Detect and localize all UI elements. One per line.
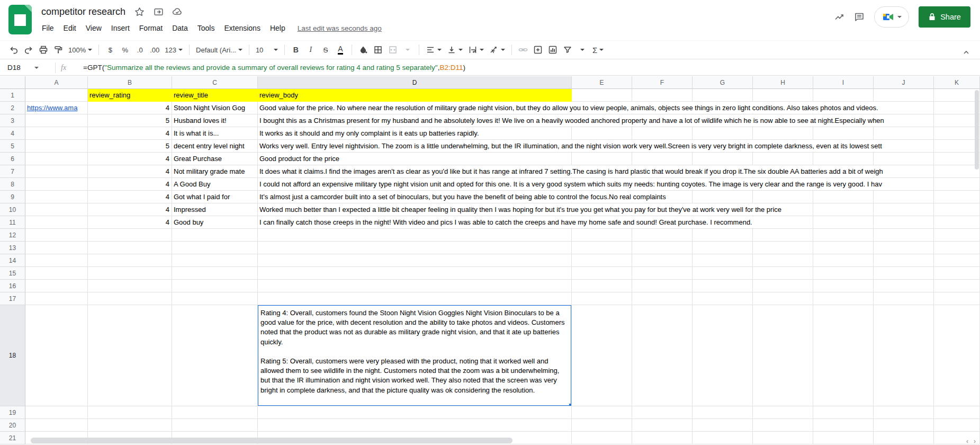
cell-I20[interactable]	[813, 419, 874, 432]
cell-J14[interactable]	[874, 254, 934, 267]
cell-I10[interactable]	[813, 203, 874, 216]
decrease-decimal-button[interactable]: .0	[132, 42, 147, 57]
cell-A4[interactable]	[25, 127, 88, 140]
column-header-d[interactable]: D	[258, 76, 572, 89]
cell-C4[interactable]: It is what it is...	[172, 127, 258, 140]
cell-D11[interactable]: I can finally catch those creeps in the …	[258, 216, 572, 229]
cell-E15[interactable]	[572, 267, 632, 280]
cell-G16[interactable]	[693, 280, 753, 292]
cell-B9[interactable]: 4	[88, 191, 172, 203]
formula-input[interactable]: =GPT("Summarize all the reviews and prov…	[83, 64, 465, 72]
cell-D9[interactable]: It's almost just a camcorder built into …	[258, 191, 572, 203]
cell-F13[interactable]	[632, 242, 693, 254]
menu-edit[interactable]: Edit	[59, 22, 81, 34]
menu-help[interactable]: Help	[265, 22, 290, 34]
cell-A19[interactable]	[25, 406, 88, 419]
cell-H9[interactable]	[753, 191, 813, 203]
cell-C11[interactable]: Good buy	[172, 216, 258, 229]
menu-format[interactable]: Format	[134, 22, 167, 34]
cell-F14[interactable]	[632, 254, 693, 267]
cell-G17[interactable]	[693, 292, 753, 305]
merge-cells-button[interactable]	[385, 42, 400, 57]
insert-comment-button[interactable]	[531, 42, 545, 57]
comment-history-icon[interactable]	[854, 12, 865, 22]
cell-D14[interactable]	[258, 254, 572, 267]
cell-F16[interactable]	[632, 280, 693, 292]
cell-D1[interactable]: review_body	[258, 89, 572, 102]
cell-E20[interactable]	[572, 419, 632, 432]
cell-K8[interactable]	[934, 178, 980, 191]
cell-D13[interactable]	[258, 242, 572, 254]
cell-H13[interactable]	[753, 242, 813, 254]
scroll-right-arrow[interactable]: ›	[974, 438, 976, 445]
cell-K16[interactable]	[934, 280, 980, 292]
cell-E1[interactable]	[572, 89, 632, 102]
cell-G14[interactable]	[693, 254, 753, 267]
sheets-logo-icon[interactable]	[8, 5, 32, 34]
menu-data[interactable]: Data	[167, 22, 193, 34]
sheet-activity-icon[interactable]	[834, 12, 844, 22]
insert-chart-button[interactable]	[545, 42, 560, 57]
column-header-c[interactable]: C	[172, 76, 258, 89]
cell-C20[interactable]	[172, 419, 258, 432]
cell-A2[interactable]: https://www.ama	[25, 102, 88, 114]
cell-H19[interactable]	[753, 406, 813, 419]
cell-A9[interactable]	[25, 191, 88, 203]
horizontal-align-button[interactable]	[423, 42, 444, 57]
column-header-a[interactable]: A	[25, 76, 88, 89]
cell-B15[interactable]	[88, 267, 172, 280]
document-title[interactable]: competitor research	[41, 6, 125, 17]
scroll-left-arrow[interactable]: ‹	[966, 438, 968, 445]
menu-insert[interactable]: Insert	[106, 22, 134, 34]
cell-I14[interactable]	[813, 254, 874, 267]
cell-J9[interactable]	[874, 191, 934, 203]
cell-C3[interactable]: Husband loves it!	[172, 114, 258, 127]
cell-B17[interactable]	[88, 292, 172, 305]
row-header-11[interactable]: 11	[0, 216, 25, 229]
cell-C10[interactable]: Impressed	[172, 203, 258, 216]
row-header-18[interactable]: 18	[0, 305, 25, 406]
row-header-6[interactable]: 6	[0, 153, 25, 165]
cell-D15[interactable]	[258, 267, 572, 280]
cell-F19[interactable]	[632, 406, 693, 419]
cell-I12[interactable]	[813, 229, 874, 242]
text-wrap-button[interactable]	[465, 42, 487, 57]
cell-K20[interactable]	[934, 419, 980, 432]
cell-J17[interactable]	[874, 292, 934, 305]
cell-B6[interactable]: 4	[88, 153, 172, 165]
cell-I16[interactable]	[813, 280, 874, 292]
cell-J6[interactable]	[874, 153, 934, 165]
cell-F17[interactable]	[632, 292, 693, 305]
cell-K10[interactable]	[934, 203, 980, 216]
cell-B14[interactable]	[88, 254, 172, 267]
column-header-i[interactable]: I	[813, 76, 874, 89]
cell-D20[interactable]	[258, 419, 572, 432]
cell-C12[interactable]	[172, 229, 258, 242]
row-header-8[interactable]: 8	[0, 178, 25, 191]
format-currency-button[interactable]: $	[103, 42, 118, 57]
cell-J2[interactable]	[874, 102, 934, 114]
cell-D17[interactable]	[258, 292, 572, 305]
amazon-link[interactable]: https://www.ama	[27, 104, 77, 112]
cell-K17[interactable]	[934, 292, 980, 305]
cell-G12[interactable]	[693, 229, 753, 242]
row-header-13[interactable]: 13	[0, 242, 25, 254]
share-button[interactable]: Share	[919, 6, 970, 28]
vertical-scrollbar[interactable]	[974, 90, 979, 440]
row-header-21[interactable]: 21	[0, 432, 25, 444]
cell-E19[interactable]	[572, 406, 632, 419]
column-header-f[interactable]: F	[632, 76, 693, 89]
cell-A20[interactable]	[25, 419, 88, 432]
cell-J16[interactable]	[874, 280, 934, 292]
cell-C15[interactable]	[172, 267, 258, 280]
cell-H14[interactable]	[753, 254, 813, 267]
row-header-19[interactable]: 19	[0, 406, 25, 419]
cell-K13[interactable]	[934, 242, 980, 254]
cell-C6[interactable]: Great Purchase	[172, 153, 258, 165]
cell-C7[interactable]: Not military grade mate	[172, 165, 258, 178]
cell-B20[interactable]	[88, 419, 172, 432]
menu-file[interactable]: File	[37, 22, 59, 34]
row-header-12[interactable]: 12	[0, 229, 25, 242]
cell-B19[interactable]	[88, 406, 172, 419]
cell-I18[interactable]	[813, 305, 874, 406]
